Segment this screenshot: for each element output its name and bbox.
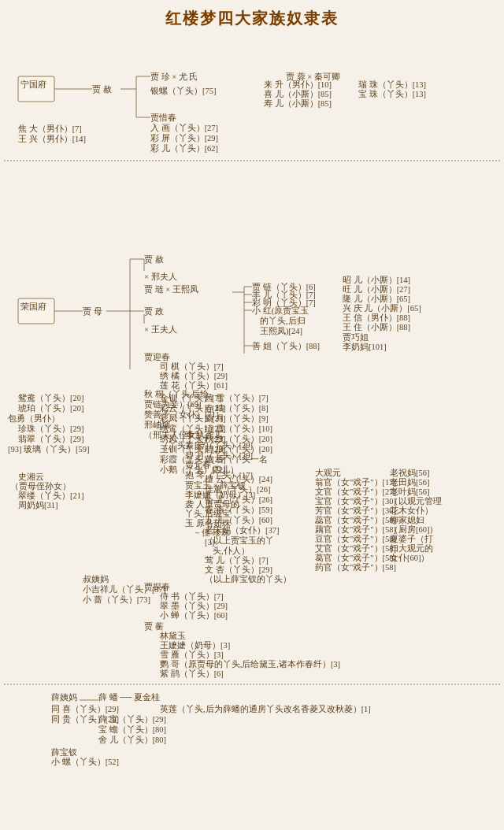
svg-text:焦 大（男仆）[7]: 焦 大（男仆）[7] [18, 124, 82, 133]
svg-text:蕙 香（丫头一名: 蕙 香（丫头一名 [205, 454, 268, 464]
svg-text:紫 鹃（丫头）[6]: 紫 鹃（丫头）[6] [160, 669, 224, 678]
svg-text:银螺（丫头）[75]: 银螺（丫头）[75] [150, 86, 217, 95]
svg-text:藕官（女"戏子"）[58]: 藕官（女"戏子"）[58] [315, 524, 396, 534]
svg-text:鹦 哥（原贾母的丫头,后给黛玉,诸本作春纤）[3]: 鹦 哥（原贾母的丫头,后给黛玉,诸本作春纤）[3] [160, 659, 340, 669]
svg-text:茜 雪（丫头）[7]: 茜 雪（丫头）[7] [205, 393, 269, 402]
svg-text:宝 珠（丫头）[13]: 宝 珠（丫头）[13] [358, 89, 426, 98]
svg-text:贾 珍 × 尤 氏: 贾 珍 × 尤 氏 [150, 72, 198, 81]
svg-text:的丫头,后归: 的丫头,后归 [260, 316, 306, 325]
svg-text:秋 纹（丫头）[20]: 秋 纹（丫头）[20] [205, 434, 272, 443]
svg-text:叔姨妈: 叔姨妈 [83, 574, 109, 584]
svg-text:芳官（女"戏子"）[30]: 芳官（女"戏子"）[30] [315, 506, 396, 515]
svg-text:老田妈[56]: 老田妈[56] [390, 477, 430, 487]
svg-text:贾 蘅: 贾 蘅 [144, 621, 164, 631]
svg-text:坠 儿（丫头）[26]: 坠 儿（丫头）[26] [205, 495, 272, 504]
svg-text:夏婆子（打: 夏婆子（打 [390, 534, 433, 543]
svg-text:贾迎春: 贾迎春 [144, 352, 170, 361]
svg-text:药官（女"戏子"）[58]: 药官（女"戏子"）[58] [315, 562, 396, 572]
svg-text:女仆[60]）: 女仆[60]） [390, 554, 430, 562]
svg-text:小 蝉（丫头）[60]: 小 蝉（丫头）[60] [160, 610, 228, 620]
svg-text:檀 云（丫头）[24]: 檀 云（丫头）[24] [205, 474, 272, 484]
svg-text:扫大观元的: 扫大观元的 [389, 543, 433, 553]
svg-text:翁官（女"戏子"）[17]: 翁官（女"戏子"）[17] [315, 477, 396, 487]
svg-text:（以观元管理: （以观元管理 [390, 496, 442, 506]
svg-text:贾巧姐: 贾巧姐 [343, 333, 369, 342]
svg-text:彩 屏（丫头）[29]: 彩 屏（丫头）[29] [150, 133, 218, 143]
svg-text:琥珀（丫头）[20]: 琥珀（丫头）[20] [18, 403, 84, 413]
svg-text:老宋妈（女仆）[37]: 老宋妈（女仆）[37] [205, 525, 280, 535]
svg-text:贾惜春: 贾惜春 [150, 113, 176, 122]
svg-text:薛 蟠 ── 夏金桂: 薛 蟠 ── 夏金桂 [98, 692, 160, 702]
svg-text:鸳鸯（丫头）[20]: 鸳鸯（丫头）[20] [18, 393, 84, 402]
svg-text:周奶妈[31]: 周奶妈[31] [18, 501, 58, 509]
svg-text:司 棋（丫头）[7]: 司 棋（丫头）[7] [160, 361, 224, 371]
family-tree-svg: text { font-family: "SimSun","宋体",serif;… [4, 39, 500, 830]
svg-text:贾 母: 贾 母 [83, 307, 102, 316]
svg-text:小 螺（丫头）[52]: 小 螺（丫头）[52] [51, 757, 119, 766]
svg-text:彩 儿（丫头）[62]: 彩 儿（丫头）[62] [150, 143, 218, 153]
svg-text:老祝妈[56]: 老祝妈[56] [390, 468, 430, 477]
svg-text:[93]  玻璃（丫头）[59]: [93] 玻璃（丫头）[59] [8, 444, 90, 454]
svg-text:荣国府: 荣国府 [20, 302, 46, 311]
svg-text:小 蔷（丫头）[73]: 小 蔷（丫头）[73] [83, 595, 150, 604]
svg-text:翡翠（丫头）[29]: 翡翠（丫头）[29] [18, 434, 84, 443]
svg-text:英莲（丫头,后为薛蟠的通房丫头改名香菱又改秋菱）[1]: 英莲（丫头,后为薛蟠的通房丫头改名香菱又改秋菱）[1] [160, 704, 371, 713]
svg-text:豆官（女"戏子"）[58]: 豆官（女"戏子"）[58] [315, 534, 396, 543]
svg-text:喜 儿（小厮）[85]: 喜 儿（小厮）[85] [264, 89, 332, 98]
svg-text:× 王夫人: × 王夫人 [144, 324, 177, 334]
svg-text:寿 儿（小厮）[85]: 寿 儿（小厮）[85] [264, 98, 332, 108]
svg-text:麝 月（丫头）[9]: 麝 月（丫头）[9] [205, 413, 269, 423]
svg-text:宝 蟾（丫头）[80]: 宝 蟾（丫头）[80] [98, 724, 166, 734]
svg-text:兴 庆 儿（小厮）[65]: 兴 庆 儿（小厮）[65] [343, 303, 421, 313]
svg-text:薛宝钗: 薛宝钗 [51, 747, 77, 757]
chart-container: text { font-family: "SimSun","宋体",serif;… [4, 39, 500, 830]
svg-text:善 姐（丫头）[88]: 善 姐（丫头）[88] [252, 341, 320, 350]
svg-text:（贾母侄孙女）: （贾母侄孙女） [10, 482, 71, 491]
svg-text:宁国府: 宁国府 [20, 80, 46, 89]
svg-text:五 儿（丫头）[60]: 五 儿（丫头）[60] [205, 515, 272, 524]
svg-text:隆 儿（小厮）[65]: 隆 儿（小厮）[65] [343, 294, 410, 303]
svg-text:葛官（女"戏子"）[58]: 葛官（女"戏子"）[58] [315, 553, 396, 562]
svg-text:旺 儿（小厮）[27]: 旺 儿（小厮）[27] [343, 284, 410, 294]
svg-text:王 信（男仆）[88]: 王 信（男仆）[88] [343, 313, 410, 322]
svg-text:同 贵（丫头）[29]: 同 贵（丫头）[29] [51, 714, 119, 724]
svg-text:王嬷嬷（奶母）[3]: 王嬷嬷（奶母）[3] [160, 640, 230, 650]
svg-text:翠 墨（丫头）[29]: 翠 墨（丫头）[29] [160, 601, 228, 610]
svg-text:四儿）: 四儿） [213, 465, 239, 474]
svg-text:（以上贾宝玉的丫: （以上贾宝玉的丫 [205, 535, 274, 545]
svg-text:翠缕（丫头）[21]: 翠缕（丫头）[21] [18, 491, 84, 500]
svg-text:春 晴（丫头）[8]: 春 晴（丫头）[8] [205, 403, 269, 413]
svg-text:柳家媳妇: 柳家媳妇 [390, 515, 424, 524]
svg-text:花木女仆）: 花木女仆） [390, 506, 433, 515]
svg-text:佳蕙（丫头）[26]: 佳蕙（丫头）[26] [205, 484, 271, 494]
svg-text:碧 痕（丫头）[20]: 碧 痕（丫头）[20] [205, 444, 272, 454]
svg-text:大观元: 大观元 [315, 468, 341, 477]
page-title: 红楼梦四大家族奴隶表 [4, 8, 500, 29]
svg-text:包勇（男仆）: 包勇（男仆） [8, 414, 60, 423]
svg-text:蕊官（女"戏子"）[58]: 蕊官（女"戏子"）[58] [315, 515, 396, 524]
svg-text:舍 儿（丫头）[80]: 舍 儿（丫头）[80] [98, 735, 166, 744]
svg-text:昭 儿（小厮）[14]: 昭 儿（小厮）[14] [343, 275, 410, 284]
svg-text:绮 霞（丫头）[10]: 绮 霞（丫头）[10] [205, 424, 272, 433]
svg-text:史湘云: 史湘云 [18, 472, 44, 481]
svg-text:艾官（女"戏子"）[58]: 艾官（女"戏子"）[58] [315, 543, 396, 553]
svg-text:莺 儿（丫头）[7]: 莺 儿（丫头）[7] [205, 555, 269, 565]
svg-text:珍珠（丫头）[29]: 珍珠（丫头）[29] [18, 424, 84, 433]
svg-text:李奶妈[101]: 李奶妈[101] [343, 342, 387, 351]
svg-text:小吉祥儿（丫头）[57]: 小吉祥儿（丫头）[57] [83, 584, 166, 594]
svg-text:头,仆人）: 头,仆人） [213, 546, 250, 555]
svg-text:老叶妈[56]: 老叶妈[56] [390, 487, 430, 496]
svg-text:王熙凤)[24]: 王熙凤)[24] [260, 327, 302, 336]
svg-text:同 喜（丫头）[29]: 同 喜（丫头）[29] [51, 704, 119, 713]
svg-text:（厨房[60]）: （厨房[60]） [390, 524, 439, 534]
svg-text:贾 政: 贾 政 [144, 307, 164, 316]
svg-text:× 邢夫人: × 邢夫人 [144, 272, 177, 281]
svg-text:薛姨妈: 薛姨妈 [51, 692, 77, 702]
svg-text:来 升（男仆）[10]: 来 升（男仆）[10] [264, 80, 332, 89]
svg-text:贾 赦: 贾 赦 [92, 85, 112, 94]
svg-text:瑞 珠（丫头）[13]: 瑞 珠（丫头）[13] [358, 80, 426, 89]
svg-text:贾 琏 × 王熙凤: 贾 琏 × 王熙凤 [144, 285, 198, 294]
svg-text:春 燕（丫头）[59]: 春 燕（丫头）[59] [205, 505, 272, 514]
svg-text:雪 雁（丫头）[3]: 雪 雁（丫头）[3] [160, 650, 224, 659]
svg-text:文官（女"戏子"）[27]: 文官（女"戏子"）[27] [315, 487, 396, 496]
